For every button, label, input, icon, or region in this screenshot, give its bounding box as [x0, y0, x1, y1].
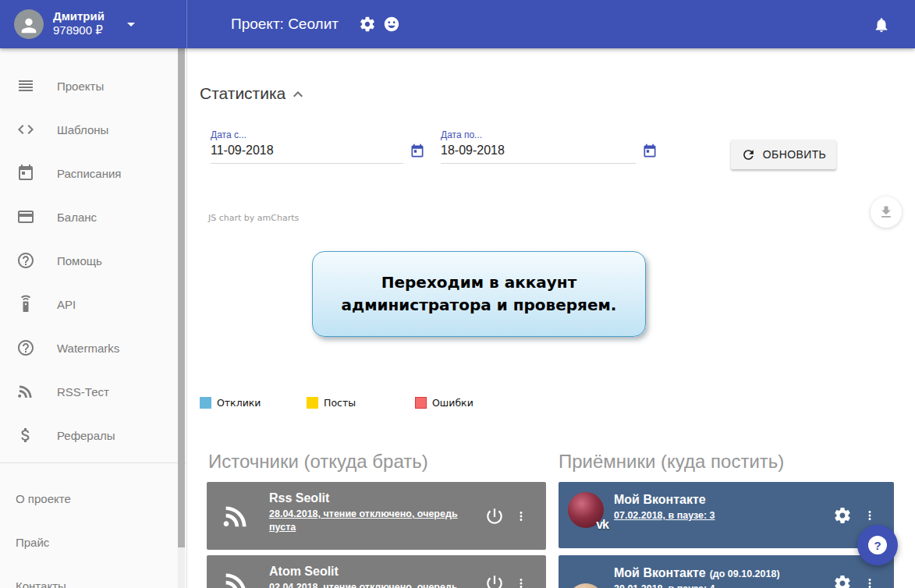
- calendar-icon: [16, 164, 35, 182]
- amcharts-watermark[interactable]: JS chart by amCharts: [208, 213, 299, 223]
- source-status-link[interactable]: 02.04.2018, чтение отключено, очередь пу…: [269, 581, 481, 588]
- source-card-text: Rss Seolit 28.04.2018, чтение отключено,…: [269, 491, 481, 534]
- rss-icon: [221, 501, 252, 532]
- date-to-value[interactable]: 18-09-2018: [441, 143, 636, 158]
- project-title: Проект: Сеолит: [231, 0, 339, 48]
- more-vert-icon[interactable]: [514, 576, 528, 588]
- sidebar-link-pricing[interactable]: Прайс: [0, 520, 186, 564]
- sidebar-item-help[interactable]: Помощь: [0, 239, 186, 282]
- sidebar-item-label: Баланс: [57, 211, 97, 224]
- sidebar-item-api[interactable]: API: [0, 282, 186, 326]
- emoticon-icon[interactable]: [383, 16, 400, 33]
- sidebar-item-referrals[interactable]: Рефералы: [0, 413, 186, 457]
- sidebar-nav: Проекты Шаблоны Расписания Баланс Помощь…: [0, 48, 186, 457]
- sidebar-item-schedules[interactable]: Расписания: [0, 151, 186, 195]
- sidebar-item-projects[interactable]: Проекты: [0, 64, 186, 108]
- refresh-icon: [741, 147, 756, 162]
- sidebar-divider: [0, 462, 186, 463]
- sidebar-item-balance[interactable]: Баланс: [0, 195, 186, 239]
- legend-label: Ошибки: [432, 397, 473, 409]
- sidebar-item-label: Проекты: [57, 80, 104, 93]
- main-content: Статистика Дата с... 11-09-2018 Дата по.…: [187, 48, 915, 588]
- date-from-calendar-icon[interactable]: [410, 143, 425, 159]
- sidebar-item-label: Рефералы: [57, 429, 115, 442]
- date-to-calendar-icon[interactable]: [642, 143, 658, 159]
- sidebar-item-rss-test[interactable]: RSS-Тест: [0, 370, 186, 413]
- sidebar-item-label: Шаблоны: [57, 123, 108, 136]
- receiver-title: Мой Вконтакте: [614, 492, 706, 508]
- source-card-text: Atom Seolit 02.04.2018, чтение отключено…: [269, 564, 481, 588]
- gear-icon[interactable]: [833, 506, 852, 525]
- receiver-card-text: Мой Вконтакте (до 09.10.2018) 30.01.2018…: [614, 565, 821, 588]
- chart-callout-line: Переходим в аккаунт: [381, 271, 577, 294]
- code-icon: [16, 120, 35, 139]
- sidebar-item-label: API: [57, 298, 76, 311]
- date-to-field[interactable]: Дата по... 18-09-2018: [441, 129, 636, 164]
- rss-icon: [16, 382, 35, 401]
- date-from-field[interactable]: Дата с... 11-09-2018: [211, 129, 403, 164]
- legend-swatch-yellow: [307, 397, 318, 409]
- more-vert-icon[interactable]: [863, 508, 877, 522]
- chart-callout: Переходим в аккаунт администратора и про…: [312, 251, 646, 337]
- legend-swatch-blue: [200, 397, 211, 409]
- sidebar-scrollbar-track: [178, 48, 185, 588]
- legend-item-responses[interactable]: Отклики: [200, 397, 261, 409]
- user-panel: Дмитрий 978900 ₽: [0, 0, 187, 48]
- sidebar-item-label: RSS-Тест: [57, 385, 109, 398]
- sidebar-item-templates[interactable]: Шаблоны: [0, 108, 186, 151]
- power-icon[interactable]: [484, 573, 505, 588]
- date-to-label: Дата по...: [441, 129, 636, 140]
- remote-icon: [16, 295, 35, 313]
- collapse-chevron-up-icon[interactable]: [289, 85, 307, 104]
- source-card: Rss Seolit 28.04.2018, чтение отключено,…: [207, 482, 546, 550]
- receiver-title: Мой Вконтакте: [614, 565, 706, 581]
- app-header: Дмитрий 978900 ₽ Проект: Сеолит: [0, 0, 915, 48]
- chart-export-button[interactable]: [871, 197, 902, 228]
- legend-label: Отклики: [217, 397, 261, 409]
- power-icon[interactable]: [484, 506, 505, 526]
- source-status-link[interactable]: 28.04.2018, чтение отключено, очередь пу…: [269, 508, 481, 534]
- user-name: Дмитрий: [53, 9, 105, 23]
- statistics-title: Статистика: [200, 84, 285, 103]
- help-fab-button[interactable]: ?: [857, 525, 898, 565]
- receiver-card-text: Мой Вконтакте 07.02.2018, в паузе: 3: [614, 492, 821, 522]
- receiver-status-link[interactable]: 07.02.2018, в паузе: 3: [614, 509, 715, 522]
- vk-logo-badge: vk: [596, 518, 608, 532]
- sidebar: Проекты Шаблоны Расписания Баланс Помощь…: [0, 48, 187, 588]
- legend-item-errors[interactable]: Ошибки: [415, 397, 473, 409]
- download-icon: [878, 204, 894, 220]
- chevron-down-icon[interactable]: [122, 15, 140, 34]
- person-icon: [18, 15, 40, 37]
- legend-label: Посты: [324, 397, 356, 409]
- sidebar-link-contacts[interactable]: Контакты: [0, 564, 186, 588]
- credit-card-icon: [16, 207, 35, 226]
- more-vert-icon[interactable]: [863, 576, 877, 588]
- dollar-icon: [16, 426, 35, 445]
- help-outline-icon: [16, 251, 35, 270]
- user-meta[interactable]: Дмитрий 978900 ₽: [53, 9, 105, 37]
- sidebar-scrollbar-thumb[interactable]: [178, 48, 185, 547]
- source-title: Atom Seolit: [269, 564, 481, 579]
- sources-heading: Источники (откуда брать): [208, 451, 428, 473]
- sidebar-link-about[interactable]: О проекте: [0, 476, 186, 520]
- legend-item-posts[interactable]: Посты: [307, 397, 356, 409]
- notifications-bell-icon[interactable]: [873, 16, 890, 34]
- user-avatar[interactable]: [14, 9, 44, 39]
- vk-account-avatar: vk: [568, 583, 604, 588]
- receiver-card: vk Мой Вконтакте (до 09.10.2018) 30.01.2…: [559, 555, 894, 588]
- user-balance: 978900 ₽: [53, 23, 105, 37]
- question-mark-icon: ?: [868, 536, 887, 554]
- refresh-button[interactable]: ОБНОВИТЬ: [731, 140, 836, 169]
- project-settings-gear-icon[interactable]: [359, 16, 376, 33]
- more-vert-icon[interactable]: [514, 509, 528, 523]
- vk-account-avatar: vk: [568, 492, 604, 528]
- date-from-value[interactable]: 11-09-2018: [211, 143, 403, 158]
- receivers-heading: Приёмники (куда постить): [559, 451, 784, 473]
- receiver-status-link[interactable]: 30.01.2018, в паузе: 4: [614, 583, 715, 588]
- refresh-button-label: ОБНОВИТЬ: [763, 148, 826, 161]
- gear-icon[interactable]: [833, 574, 852, 588]
- legend-swatch-red: [415, 397, 427, 409]
- sidebar-item-label: Помощь: [57, 254, 102, 267]
- sidebar-item-label: Watermarks: [57, 342, 119, 355]
- sidebar-item-watermarks[interactable]: Watermarks: [0, 326, 186, 370]
